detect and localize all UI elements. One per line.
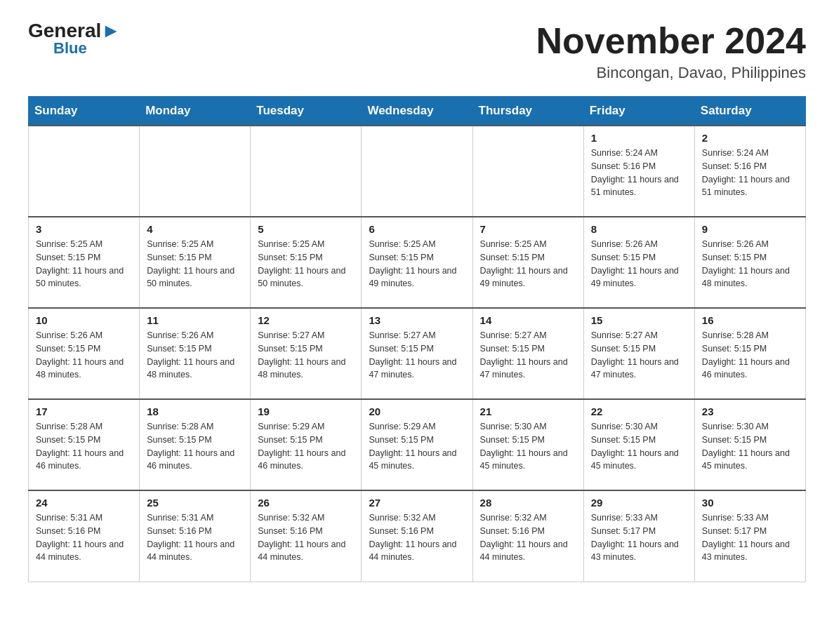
weekday-header-thursday: Thursday (472, 97, 583, 126)
calendar-cell: 9Sunrise: 5:26 AM Sunset: 5:15 PM Daylig… (694, 217, 805, 308)
weekday-header-row: SundayMondayTuesdayWednesdayThursdayFrid… (29, 97, 806, 126)
day-info: Sunrise: 5:32 AM Sunset: 5:16 PM Dayligh… (369, 511, 465, 564)
day-number: 29 (591, 497, 687, 509)
calendar-cell: 26Sunrise: 5:32 AM Sunset: 5:16 PM Dayli… (251, 490, 362, 582)
calendar-cell: 7Sunrise: 5:25 AM Sunset: 5:15 PM Daylig… (472, 217, 583, 308)
calendar-cell: 18Sunrise: 5:28 AM Sunset: 5:15 PM Dayli… (140, 399, 251, 490)
day-info: Sunrise: 5:31 AM Sunset: 5:16 PM Dayligh… (36, 511, 132, 564)
day-number: 17 (36, 405, 132, 417)
calendar-cell (29, 126, 140, 217)
day-info: Sunrise: 5:33 AM Sunset: 5:17 PM Dayligh… (591, 511, 687, 564)
logo-general: General► (28, 21, 121, 41)
day-number: 10 (36, 314, 132, 326)
day-number: 9 (702, 223, 798, 235)
day-info: Sunrise: 5:30 AM Sunset: 5:15 PM Dayligh… (702, 420, 798, 473)
weekday-header-wednesday: Wednesday (362, 97, 472, 126)
calendar-cell: 15Sunrise: 5:27 AM Sunset: 5:15 PM Dayli… (583, 308, 694, 399)
calendar-subtitle: Bincongan, Davao, Philippines (536, 64, 806, 82)
calendar-cell: 2Sunrise: 5:24 AM Sunset: 5:16 PM Daylig… (694, 126, 805, 217)
day-number: 4 (147, 223, 243, 235)
day-info: Sunrise: 5:25 AM Sunset: 5:15 PM Dayligh… (147, 238, 243, 290)
day-info: Sunrise: 5:25 AM Sunset: 5:15 PM Dayligh… (480, 238, 576, 290)
day-number: 14 (480, 314, 576, 326)
calendar-cell: 29Sunrise: 5:33 AM Sunset: 5:17 PM Dayli… (583, 490, 694, 582)
logo-blue: Blue (53, 41, 87, 56)
calendar-cell: 13Sunrise: 5:27 AM Sunset: 5:15 PM Dayli… (362, 308, 472, 399)
calendar-cell: 19Sunrise: 5:29 AM Sunset: 5:15 PM Dayli… (251, 399, 362, 490)
day-number: 28 (480, 497, 576, 509)
day-info: Sunrise: 5:29 AM Sunset: 5:15 PM Dayligh… (369, 420, 465, 473)
calendar-cell: 3Sunrise: 5:25 AM Sunset: 5:15 PM Daylig… (29, 217, 140, 308)
day-info: Sunrise: 5:24 AM Sunset: 5:16 PM Dayligh… (591, 147, 687, 199)
day-info: Sunrise: 5:24 AM Sunset: 5:16 PM Dayligh… (702, 147, 798, 199)
day-number: 3 (36, 223, 132, 235)
day-info: Sunrise: 5:27 AM Sunset: 5:15 PM Dayligh… (258, 329, 354, 382)
day-number: 5 (258, 223, 354, 235)
calendar-cell: 30Sunrise: 5:33 AM Sunset: 5:17 PM Dayli… (694, 490, 805, 582)
calendar-cell: 5Sunrise: 5:25 AM Sunset: 5:15 PM Daylig… (251, 217, 362, 308)
day-number: 18 (147, 405, 243, 417)
day-info: Sunrise: 5:25 AM Sunset: 5:15 PM Dayligh… (369, 238, 465, 290)
day-info: Sunrise: 5:28 AM Sunset: 5:15 PM Dayligh… (702, 329, 798, 382)
calendar-cell: 20Sunrise: 5:29 AM Sunset: 5:15 PM Dayli… (362, 399, 472, 490)
logo-triangle: ► (101, 20, 121, 41)
day-info: Sunrise: 5:32 AM Sunset: 5:16 PM Dayligh… (480, 511, 576, 564)
day-info: Sunrise: 5:28 AM Sunset: 5:15 PM Dayligh… (147, 420, 243, 473)
weekday-header-friday: Friday (583, 97, 694, 126)
calendar-cell: 10Sunrise: 5:26 AM Sunset: 5:15 PM Dayli… (29, 308, 140, 399)
day-number: 30 (702, 497, 798, 509)
day-number: 6 (369, 223, 465, 235)
day-info: Sunrise: 5:27 AM Sunset: 5:15 PM Dayligh… (369, 329, 465, 382)
calendar-cell: 25Sunrise: 5:31 AM Sunset: 5:16 PM Dayli… (140, 490, 251, 582)
day-number: 26 (258, 497, 354, 509)
day-number: 2 (702, 132, 798, 144)
day-info: Sunrise: 5:30 AM Sunset: 5:15 PM Dayligh… (480, 420, 576, 473)
day-number: 8 (591, 223, 687, 235)
calendar-week-2: 3Sunrise: 5:25 AM Sunset: 5:15 PM Daylig… (29, 217, 806, 308)
calendar-cell (251, 126, 362, 217)
day-info: Sunrise: 5:25 AM Sunset: 5:15 PM Dayligh… (36, 238, 132, 290)
day-number: 16 (702, 314, 798, 326)
day-number: 12 (258, 314, 354, 326)
calendar-table: SundayMondayTuesdayWednesdayThursdayFrid… (28, 96, 806, 582)
weekday-header-monday: Monday (140, 97, 251, 126)
logo: General► Blue (28, 21, 121, 56)
day-number: 11 (147, 314, 243, 326)
calendar-cell: 28Sunrise: 5:32 AM Sunset: 5:16 PM Dayli… (472, 490, 583, 582)
calendar-cell: 12Sunrise: 5:27 AM Sunset: 5:15 PM Dayli… (251, 308, 362, 399)
calendar-cell: 1Sunrise: 5:24 AM Sunset: 5:16 PM Daylig… (583, 126, 694, 217)
calendar-week-4: 17Sunrise: 5:28 AM Sunset: 5:15 PM Dayli… (29, 399, 806, 490)
day-number: 22 (591, 405, 687, 417)
day-number: 20 (369, 405, 465, 417)
day-info: Sunrise: 5:27 AM Sunset: 5:15 PM Dayligh… (480, 329, 576, 382)
day-info: Sunrise: 5:28 AM Sunset: 5:15 PM Dayligh… (36, 420, 132, 473)
day-number: 24 (36, 497, 132, 509)
day-info: Sunrise: 5:27 AM Sunset: 5:15 PM Dayligh… (591, 329, 687, 382)
calendar-cell: 11Sunrise: 5:26 AM Sunset: 5:15 PM Dayli… (140, 308, 251, 399)
day-number: 25 (147, 497, 243, 509)
weekday-header-tuesday: Tuesday (251, 97, 362, 126)
day-number: 15 (591, 314, 687, 326)
day-number: 19 (258, 405, 354, 417)
calendar-cell: 17Sunrise: 5:28 AM Sunset: 5:15 PM Dayli… (29, 399, 140, 490)
calendar-cell: 14Sunrise: 5:27 AM Sunset: 5:15 PM Dayli… (472, 308, 583, 399)
day-number: 13 (369, 314, 465, 326)
day-info: Sunrise: 5:25 AM Sunset: 5:15 PM Dayligh… (258, 238, 354, 290)
calendar-cell (472, 126, 583, 217)
day-info: Sunrise: 5:26 AM Sunset: 5:15 PM Dayligh… (36, 329, 132, 382)
calendar-cell: 8Sunrise: 5:26 AM Sunset: 5:15 PM Daylig… (583, 217, 694, 308)
day-info: Sunrise: 5:32 AM Sunset: 5:16 PM Dayligh… (258, 511, 354, 564)
day-number: 27 (369, 497, 465, 509)
weekday-header-saturday: Saturday (694, 97, 805, 126)
calendar-week-1: 1Sunrise: 5:24 AM Sunset: 5:16 PM Daylig… (29, 126, 806, 217)
page-header: General► Blue November 2024 Bincongan, D… (28, 21, 806, 82)
calendar-cell: 16Sunrise: 5:28 AM Sunset: 5:15 PM Dayli… (694, 308, 805, 399)
calendar-cell: 21Sunrise: 5:30 AM Sunset: 5:15 PM Dayli… (472, 399, 583, 490)
weekday-header-sunday: Sunday (29, 97, 140, 126)
day-number: 23 (702, 405, 798, 417)
calendar-cell (362, 126, 472, 217)
title-block: November 2024 Bincongan, Davao, Philippi… (536, 21, 806, 82)
day-info: Sunrise: 5:31 AM Sunset: 5:16 PM Dayligh… (147, 511, 243, 564)
calendar-cell (140, 126, 251, 217)
calendar-cell: 27Sunrise: 5:32 AM Sunset: 5:16 PM Dayli… (362, 490, 472, 582)
